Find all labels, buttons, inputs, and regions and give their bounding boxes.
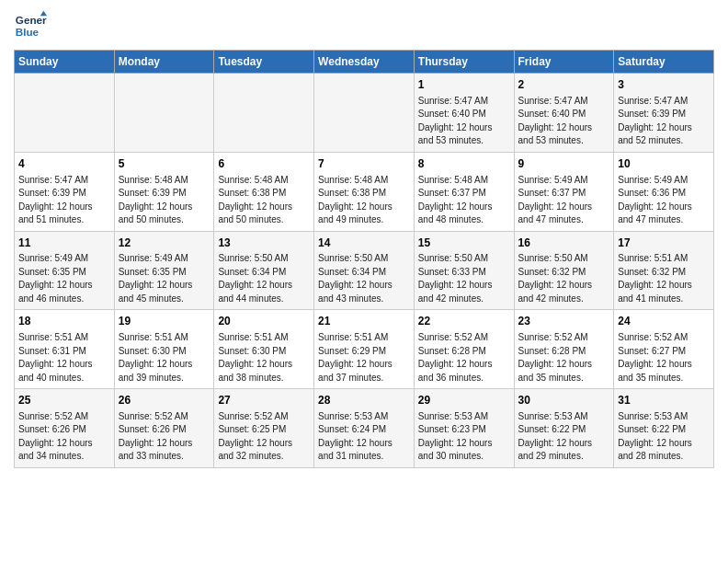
calendar-cell: [314, 74, 415, 153]
day-number: 7: [318, 156, 410, 172]
day-info: Sunrise: 5:50 AM Sunset: 6:34 PM Dayligh…: [218, 252, 310, 305]
day-number: 13: [218, 236, 310, 251]
calendar-cell: 22Sunrise: 5:52 AM Sunset: 6:28 PM Dayli…: [414, 310, 514, 389]
day-info: Sunrise: 5:47 AM Sunset: 6:40 PM Dayligh…: [418, 95, 510, 148]
calendar-cell: 17Sunrise: 5:51 AM Sunset: 6:32 PM Dayli…: [614, 231, 714, 310]
calendar-cell: 12Sunrise: 5:49 AM Sunset: 6:35 PM Dayli…: [114, 231, 214, 310]
calendar-cell: 29Sunrise: 5:53 AM Sunset: 6:23 PM Dayli…: [414, 389, 514, 468]
day-header-saturday: Saturday: [614, 51, 714, 74]
day-number: 2: [518, 77, 610, 93]
logo[interactable]: General Blue: [14, 9, 51, 42]
day-number: 30: [518, 393, 610, 408]
day-info: Sunrise: 5:48 AM Sunset: 6:39 PM Dayligh…: [119, 174, 210, 227]
day-info: Sunrise: 5:52 AM Sunset: 6:28 PM Dayligh…: [518, 331, 610, 385]
day-number: 1: [418, 77, 510, 93]
day-number: 17: [618, 236, 710, 251]
calendar-body: 1Sunrise: 5:47 AM Sunset: 6:40 PM Daylig…: [15, 74, 714, 468]
day-number: 25: [18, 393, 110, 408]
day-number: 31: [618, 393, 710, 408]
day-info: Sunrise: 5:51 AM Sunset: 6:30 PM Dayligh…: [218, 331, 310, 385]
calendar-cell: 28Sunrise: 5:53 AM Sunset: 6:24 PM Dayli…: [314, 389, 415, 468]
calendar-cell: 7Sunrise: 5:48 AM Sunset: 6:38 PM Daylig…: [314, 152, 415, 231]
day-info: Sunrise: 5:49 AM Sunset: 6:35 PM Dayligh…: [18, 252, 110, 305]
day-number: 19: [119, 314, 210, 329]
calendar-table: SundayMondayTuesdayWednesdayThursdayFrid…: [14, 50, 714, 468]
day-header-wednesday: Wednesday: [314, 51, 415, 74]
calendar-week-row: 4Sunrise: 5:47 AM Sunset: 6:39 PM Daylig…: [15, 152, 714, 231]
day-info: Sunrise: 5:49 AM Sunset: 6:35 PM Dayligh…: [119, 252, 210, 305]
day-info: Sunrise: 5:48 AM Sunset: 6:38 PM Dayligh…: [218, 174, 310, 227]
day-info: Sunrise: 5:47 AM Sunset: 6:40 PM Dayligh…: [518, 95, 610, 148]
calendar-cell: 30Sunrise: 5:53 AM Sunset: 6:22 PM Dayli…: [514, 389, 614, 468]
day-number: 22: [418, 314, 510, 329]
day-number: 3: [618, 77, 710, 93]
day-info: Sunrise: 5:49 AM Sunset: 6:37 PM Dayligh…: [518, 174, 610, 227]
day-info: Sunrise: 5:52 AM Sunset: 6:26 PM Dayligh…: [18, 410, 110, 464]
day-header-sunday: Sunday: [15, 51, 115, 74]
day-info: Sunrise: 5:53 AM Sunset: 6:22 PM Dayligh…: [618, 410, 710, 464]
day-number: 14: [318, 236, 410, 251]
calendar-week-row: 1Sunrise: 5:47 AM Sunset: 6:40 PM Daylig…: [15, 74, 714, 153]
day-number: 8: [418, 156, 510, 172]
day-info: Sunrise: 5:52 AM Sunset: 6:26 PM Dayligh…: [119, 410, 210, 464]
calendar-cell: 23Sunrise: 5:52 AM Sunset: 6:28 PM Dayli…: [514, 310, 614, 389]
calendar-cell: 9Sunrise: 5:49 AM Sunset: 6:37 PM Daylig…: [514, 152, 614, 231]
svg-text:Blue: Blue: [16, 26, 40, 38]
calendar-cell: 21Sunrise: 5:51 AM Sunset: 6:29 PM Dayli…: [314, 310, 415, 389]
calendar-cell: [114, 74, 214, 153]
day-header-monday: Monday: [114, 51, 214, 74]
day-number: 15: [418, 236, 510, 251]
day-info: Sunrise: 5:51 AM Sunset: 6:30 PM Dayligh…: [119, 331, 210, 385]
day-number: 11: [18, 236, 110, 251]
calendar-cell: 15Sunrise: 5:50 AM Sunset: 6:33 PM Dayli…: [414, 231, 514, 310]
calendar-cell: 19Sunrise: 5:51 AM Sunset: 6:30 PM Dayli…: [114, 310, 214, 389]
calendar-cell: 13Sunrise: 5:50 AM Sunset: 6:34 PM Dayli…: [214, 231, 314, 310]
day-number: 12: [119, 236, 210, 251]
day-number: 20: [218, 314, 310, 329]
calendar-container: General Blue SundayMondayTuesdayWednesda…: [0, 0, 728, 477]
calendar-cell: 4Sunrise: 5:47 AM Sunset: 6:39 PM Daylig…: [15, 152, 115, 231]
day-info: Sunrise: 5:51 AM Sunset: 6:31 PM Dayligh…: [18, 331, 110, 385]
calendar-cell: 3Sunrise: 5:47 AM Sunset: 6:39 PM Daylig…: [614, 74, 714, 153]
day-info: Sunrise: 5:47 AM Sunset: 6:39 PM Dayligh…: [618, 95, 710, 148]
day-info: Sunrise: 5:52 AM Sunset: 6:27 PM Dayligh…: [618, 331, 710, 385]
day-header-tuesday: Tuesday: [214, 51, 314, 74]
calendar-week-row: 18Sunrise: 5:51 AM Sunset: 6:31 PM Dayli…: [15, 310, 714, 389]
calendar-cell: 1Sunrise: 5:47 AM Sunset: 6:40 PM Daylig…: [414, 74, 514, 153]
calendar-header-row: SundayMondayTuesdayWednesdayThursdayFrid…: [15, 51, 714, 74]
day-info: Sunrise: 5:51 AM Sunset: 6:32 PM Dayligh…: [618, 252, 710, 305]
calendar-cell: 26Sunrise: 5:52 AM Sunset: 6:26 PM Dayli…: [114, 389, 214, 468]
day-number: 27: [218, 393, 310, 408]
calendar-cell: 2Sunrise: 5:47 AM Sunset: 6:40 PM Daylig…: [514, 74, 614, 153]
day-info: Sunrise: 5:50 AM Sunset: 6:33 PM Dayligh…: [418, 252, 510, 305]
day-number: 21: [318, 314, 410, 329]
day-number: 6: [218, 156, 310, 172]
calendar-cell: 8Sunrise: 5:48 AM Sunset: 6:37 PM Daylig…: [414, 152, 514, 231]
day-number: 24: [618, 314, 710, 329]
calendar-cell: 25Sunrise: 5:52 AM Sunset: 6:26 PM Dayli…: [15, 389, 115, 468]
day-info: Sunrise: 5:53 AM Sunset: 6:23 PM Dayligh…: [418, 410, 510, 464]
day-number: 16: [518, 236, 610, 251]
day-info: Sunrise: 5:49 AM Sunset: 6:36 PM Dayligh…: [618, 174, 710, 227]
calendar-cell: 18Sunrise: 5:51 AM Sunset: 6:31 PM Dayli…: [15, 310, 115, 389]
day-info: Sunrise: 5:52 AM Sunset: 6:28 PM Dayligh…: [418, 331, 510, 385]
day-number: 23: [518, 314, 610, 329]
day-number: 18: [18, 314, 110, 329]
day-info: Sunrise: 5:52 AM Sunset: 6:25 PM Dayligh…: [218, 410, 310, 464]
day-info: Sunrise: 5:50 AM Sunset: 6:32 PM Dayligh…: [518, 252, 610, 305]
logo-icon: General Blue: [14, 9, 47, 42]
day-number: 10: [618, 156, 710, 172]
calendar-cell: 14Sunrise: 5:50 AM Sunset: 6:34 PM Dayli…: [314, 231, 415, 310]
header: General Blue: [14, 9, 714, 42]
calendar-cell: 5Sunrise: 5:48 AM Sunset: 6:39 PM Daylig…: [114, 152, 214, 231]
calendar-cell: 27Sunrise: 5:52 AM Sunset: 6:25 PM Dayli…: [214, 389, 314, 468]
day-header-friday: Friday: [514, 51, 614, 74]
day-info: Sunrise: 5:51 AM Sunset: 6:29 PM Dayligh…: [318, 331, 410, 385]
day-info: Sunrise: 5:48 AM Sunset: 6:37 PM Dayligh…: [418, 174, 510, 227]
calendar-cell: [15, 74, 115, 153]
calendar-cell: 6Sunrise: 5:48 AM Sunset: 6:38 PM Daylig…: [214, 152, 314, 231]
day-info: Sunrise: 5:53 AM Sunset: 6:22 PM Dayligh…: [518, 410, 610, 464]
calendar-cell: 24Sunrise: 5:52 AM Sunset: 6:27 PM Dayli…: [614, 310, 714, 389]
calendar-cell: 10Sunrise: 5:49 AM Sunset: 6:36 PM Dayli…: [614, 152, 714, 231]
calendar-cell: 16Sunrise: 5:50 AM Sunset: 6:32 PM Dayli…: [514, 231, 614, 310]
